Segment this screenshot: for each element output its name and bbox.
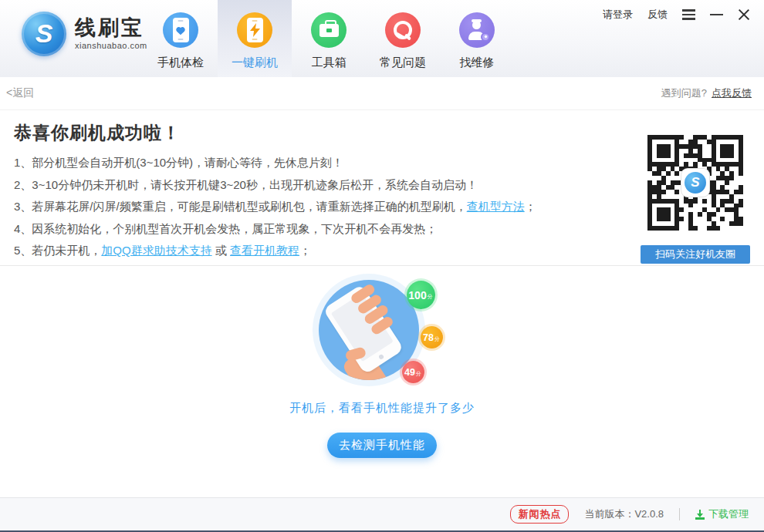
score-badge-100: 100分 — [407, 281, 435, 309]
nav-item-phone-checkup[interactable]: 手机体检 — [144, 0, 218, 77]
qr-panel: S 扫码关注好机友圈 — [641, 135, 750, 264]
login-link[interactable]: 请登录 — [603, 8, 633, 22]
performance-section: 100分 78分 49分 开机后，看看手机性能提升了多少 去检测手机性能 — [0, 280, 764, 511]
tip-line-2: 2、3~10分钟仍未开机时，请长按开机键3~20秒，出现开机迹象后松开，系统会自… — [14, 174, 610, 197]
qr-code: S — [647, 135, 743, 231]
qr-center-logo: S — [681, 169, 709, 197]
performance-hint: 开机后，看看手机性能提升了多少 — [0, 401, 764, 416]
brand-domain: xianshuabao.com — [75, 41, 147, 50]
score-badge-78: 78分 — [421, 326, 443, 348]
nav-item-faq[interactable]: 常见问题 — [366, 0, 440, 77]
boot-tutorial-link[interactable]: 查看开机教程 — [230, 244, 299, 257]
score-unit: 分 — [428, 293, 433, 301]
phone-shape — [173, 18, 189, 42]
download-label: 下载管理 — [708, 507, 749, 521]
detect-performance-button[interactable]: 去检测手机性能 — [327, 433, 437, 458]
nav-label: 手机体检 — [157, 56, 204, 70]
score-value: 78 — [423, 332, 434, 343]
tip-text: ； — [525, 200, 536, 213]
subheader: <返回 遇到问题? 点我反馈 — [0, 77, 764, 110]
lightning-icon — [250, 23, 260, 37]
phone-shape — [247, 18, 263, 42]
tip-line-5: 5、若仍未开机，加QQ群求助技术支持 或 查看开机教程； — [14, 240, 610, 262]
header: S 线刷宝 xianshuabao.com 手机体检 — [0, 0, 764, 77]
qq-group-link[interactable]: 加QQ群求助技术支持 — [101, 244, 211, 257]
footer-divider — [679, 508, 680, 520]
toolbox-icon — [311, 12, 347, 48]
version-text: 当前版本：V2.0.8 — [584, 507, 664, 521]
qr-brand-initial: S — [685, 172, 706, 194]
score-value: 100 — [408, 289, 426, 301]
phone-home-button — [377, 354, 384, 360]
tip-text: 3、若屏幕花屏/闪屏/频繁重启，可能是刷错机型或刷机包，请重新选择正确的机型刷机… — [14, 200, 467, 213]
briefcase-shape — [319, 24, 339, 37]
brand-logo-icon: S — [22, 12, 66, 56]
issue-feedback-link[interactable]: 点我反馈 — [712, 86, 752, 100]
news-hotspot-badge[interactable]: 新闻热点 — [510, 505, 569, 524]
check-model-link[interactable]: 查机型方法 — [467, 200, 525, 213]
nav-label: 常见问题 — [380, 56, 426, 70]
nav-item-find-repair[interactable]: 找维修 — [440, 0, 514, 77]
success-section: 恭喜你刷机成功啦！ 1、部分机型会自动开机(3~10分钟)，请耐心等待，先休息片… — [0, 110, 764, 266]
score-badge-49: 49分 — [402, 361, 424, 383]
one-key-flash-icon — [237, 12, 272, 48]
tip-text: 2、3~10分钟仍未开机时，请长按开机键3~20秒，出现开机迹象后松开，系统会自… — [14, 178, 478, 191]
tips-list: 1、部分机型会自动开机(3~10分钟)，请耐心等待，先休息片刻！ 2、3~10分… — [14, 152, 610, 262]
footer: 新闻热点 当前版本：V2.0.8 下载管理 — [0, 497, 764, 532]
tip-text: ； — [299, 244, 311, 257]
faq-icon — [385, 12, 421, 48]
close-icon[interactable] — [738, 8, 750, 21]
nav-item-toolbox[interactable]: 工具箱 — [292, 0, 366, 77]
issue-help: 遇到问题? 点我反馈 — [661, 86, 752, 100]
tip-line-1: 1、部分机型会自动开机(3~10分钟)，请耐心等待，先休息片刻！ — [14, 152, 610, 174]
phone-in-hand-illustration: 100分 78分 49分 — [319, 280, 446, 386]
head-shape — [472, 21, 481, 29]
app-window: S 线刷宝 xianshuabao.com 手机体检 — [0, 0, 764, 532]
tip-text: 或 — [212, 244, 230, 257]
nav-label: 一键刷机 — [232, 56, 278, 70]
repair-icon — [459, 12, 495, 48]
score-value: 49 — [404, 367, 415, 378]
download-icon — [695, 510, 705, 520]
nav-item-one-key-flash[interactable]: 一键刷机 — [218, 0, 292, 77]
nav-label: 找维修 — [460, 56, 495, 70]
score-unit: 分 — [416, 370, 421, 378]
tip-text: 1、部分机型会自动开机(3~10分钟)，请耐心等待，先休息片刻！ — [14, 156, 343, 169]
score-unit: 分 — [434, 335, 440, 343]
brand-logo: S 线刷宝 xianshuabao.com — [22, 12, 147, 56]
titlebar-controls: 请登录 反馈 — [603, 8, 750, 22]
tip-line-3: 3、若屏幕花屏/闪屏/频繁重启，可能是刷错机型或刷机包，请重新选择正确的机型刷机… — [14, 196, 610, 218]
tip-text: 5、若仍未开机， — [14, 244, 101, 257]
tip-line-4: 4、因系统初始化，个别机型首次开机会发热，属正常现象，下次开机不会再发热； — [14, 218, 610, 241]
qr-follow-button[interactable]: 扫码关注好机友圈 — [641, 245, 750, 264]
heart-icon — [175, 25, 186, 35]
minimize-icon[interactable] — [710, 14, 723, 15]
phone-checkup-icon — [163, 12, 198, 48]
brand-text: 线刷宝 xianshuabao.com — [75, 18, 147, 50]
success-title: 恭喜你刷机成功啦！ — [14, 121, 610, 145]
brand-name: 线刷宝 — [75, 18, 147, 39]
nav-label: 工具箱 — [312, 56, 347, 70]
download-manager-link[interactable]: 下载管理 — [695, 507, 749, 521]
back-link[interactable]: <返回 — [6, 86, 34, 100]
repairman-shape — [467, 21, 487, 40]
main-nav: 手机体检 一键刷机 工具箱 常见问题 — [144, 0, 514, 77]
issue-prompt: 遇到问题? — [661, 86, 707, 100]
q-bubble-shape — [394, 21, 412, 39]
brand-initial: S — [35, 19, 53, 49]
tip-text: 4、因系统初始化，个别机型首次开机会发热，属正常现象，下次开机不会再发热； — [14, 222, 437, 235]
feedback-link[interactable]: 反馈 — [647, 8, 668, 22]
menu-icon[interactable] — [682, 14, 695, 15]
wrench-badge — [481, 32, 490, 42]
